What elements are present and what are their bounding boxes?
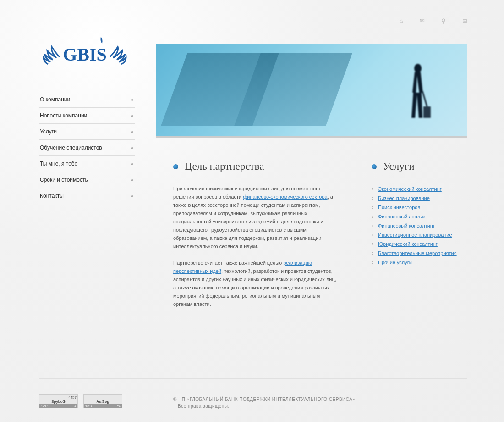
bullet-icon — [173, 164, 178, 169]
nav-label: Контакты — [40, 193, 64, 199]
sitemap-icon[interactable]: ⊞ — [462, 17, 467, 24]
person-silhouette-icon — [403, 63, 431, 122]
service-item: Поиск инвесторов — [372, 203, 472, 212]
service-item: Финансовый анализ — [372, 212, 472, 221]
service-item: Инвестиционное планирование — [372, 230, 472, 239]
svg-rect-1 — [423, 106, 431, 118]
counter-spylog[interactable]: 4457 SpyLoG 45471 — [39, 394, 78, 408]
service-link-charity[interactable]: Благотворительные мероприятия — [378, 250, 457, 256]
chevron-right-icon: » — [131, 129, 132, 134]
nav-label: Новости компании — [40, 112, 87, 119]
service-link-investors[interactable]: Поиск инвесторов — [378, 205, 420, 210]
chevron-right-icon: » — [131, 97, 132, 102]
hit-counters: 4457 SpyLoG 45471 HotLog 4547+1 — [39, 394, 122, 408]
chevron-right-icon: » — [131, 194, 132, 199]
main-nav: О компании » Новости компании » Услуги »… — [39, 92, 135, 204]
service-item: Экономический консалтинг — [372, 184, 472, 194]
nav-label: Услуги — [40, 128, 57, 135]
service-item: Прочие услуги — [372, 258, 472, 267]
chevron-right-icon: » — [131, 178, 132, 183]
service-link-business-plan[interactable]: Бизнес-планирование — [378, 195, 430, 201]
hero-banner — [156, 44, 467, 138]
service-item: Бизнес-планирование — [372, 194, 472, 203]
mail-icon[interactable]: ✉ — [420, 17, 425, 24]
logo-text: GBIS — [63, 44, 107, 65]
service-link-legal[interactable]: Юридический консалтинг — [378, 241, 438, 247]
nav-item-pricing[interactable]: Сроки и стоимость » — [39, 172, 135, 188]
sidebar-services: Услуги Экономический консалтинг Бизнес-п… — [362, 161, 472, 267]
paragraph-2: Партнерство считает также важнейшей цель… — [173, 259, 338, 308]
nav-item-services[interactable]: Услуги » — [39, 124, 135, 140]
site-logo[interactable]: GBIS — [39, 32, 135, 80]
service-link-investment[interactable]: Инвестиционное планирование — [378, 232, 452, 238]
home-icon[interactable]: ⌂ — [400, 17, 403, 24]
svg-line-2 — [422, 91, 427, 106]
footer-divider — [39, 378, 467, 379]
counter-hotlog[interactable]: HotLog 4547+1 — [83, 394, 122, 408]
service-link-fin-consulting[interactable]: Финансовый консалтинг — [378, 223, 435, 228]
service-item: Благотворительные мероприятия — [372, 249, 472, 258]
chevron-right-icon: » — [131, 145, 132, 150]
service-item: Финансовый консалтинг — [372, 221, 472, 230]
nav-item-training[interactable]: Обучение специалистов » — [39, 140, 135, 156]
main-content: Цель партнерства Привлечение физических … — [173, 161, 338, 316]
link-finance-sector[interactable]: финансово-экономического сектора — [243, 194, 327, 200]
nav-label: О компании — [40, 96, 70, 103]
service-link-fin-analysis[interactable]: Финансовый анализ — [378, 214, 425, 219]
top-icon-bar: ⌂ ✉ ⚲ ⊞ — [400, 17, 467, 24]
nav-item-news[interactable]: Новости компании » — [39, 108, 135, 124]
paragraph-1: Привлечение физических и юридических лиц… — [173, 184, 338, 250]
sidebar-title: Услуги — [383, 161, 414, 172]
search-icon[interactable]: ⚲ — [441, 17, 446, 24]
nav-label: Сроки и стоимость — [40, 177, 88, 183]
chevron-right-icon: » — [131, 161, 132, 167]
service-item: Юридический консалтинг — [372, 239, 472, 249]
nav-label: Обучение специалистов — [40, 144, 102, 151]
nav-item-exchange[interactable]: Ты мне, я тебе » — [39, 156, 135, 172]
nav-item-about[interactable]: О компании » — [39, 92, 135, 108]
footer-copyright: © НП «ГЛОБАЛЬНЫЙ БАНК ПОДДЕРЖКИ ИНТЕЛЛЕК… — [173, 397, 356, 409]
nav-item-contacts[interactable]: Контакты » — [39, 188, 135, 204]
chevron-right-icon: » — [131, 113, 132, 118]
svg-point-0 — [414, 64, 422, 73]
nav-label: Ты мне, я тебе — [40, 161, 77, 167]
page-title: Цель партнерства — [185, 161, 264, 172]
bullet-icon — [372, 164, 377, 169]
service-link-economic[interactable]: Экономический консалтинг — [378, 186, 442, 192]
service-link-other[interactable]: Прочие услуги — [378, 260, 412, 265]
